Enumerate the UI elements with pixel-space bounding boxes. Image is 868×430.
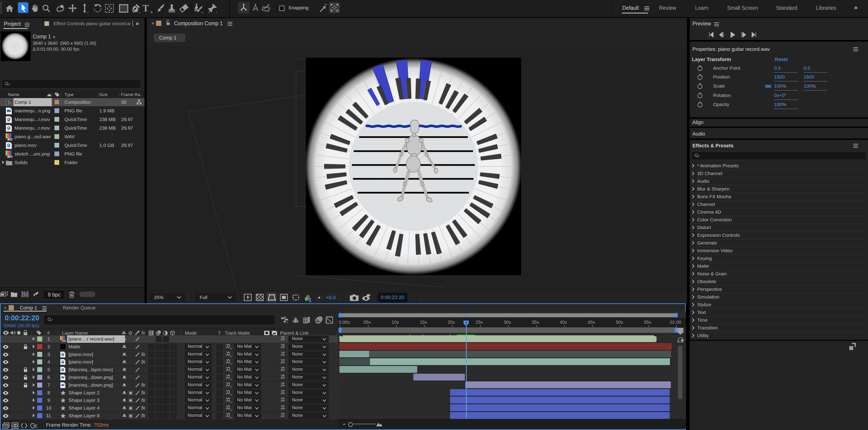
svg-text:MOV: MOV xyxy=(7,147,10,149)
svg-text:PNG: PNG xyxy=(7,113,10,114)
svg-text:MOV: MOV xyxy=(7,130,10,132)
svg-text:MOV: MOV xyxy=(7,121,10,123)
